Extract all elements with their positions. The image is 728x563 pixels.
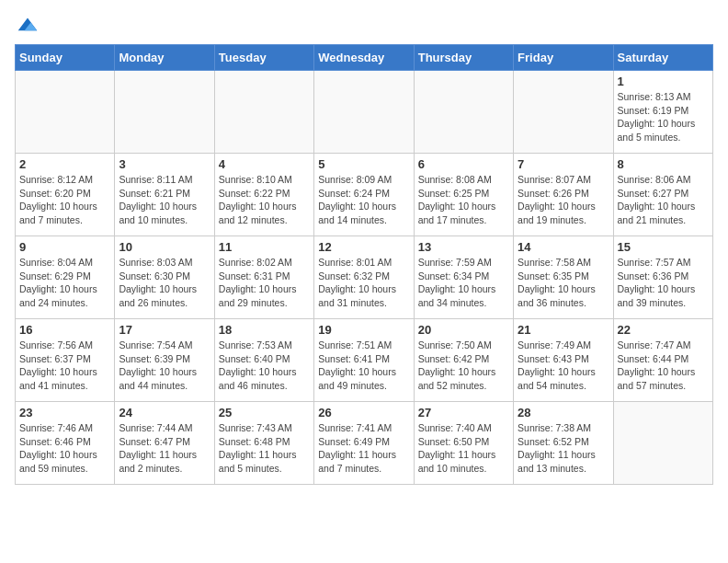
day-info: Sunrise: 7:44 AM Sunset: 6:47 PM Dayligh…: [119, 421, 210, 476]
day-info: Sunrise: 7:54 AM Sunset: 6:39 PM Dayligh…: [119, 339, 210, 393]
day-number: 19: [318, 323, 409, 337]
calendar-cell: 4Sunrise: 8:10 AM Sunset: 6:22 PM Daylig…: [214, 154, 313, 236]
calendar-cell: 27Sunrise: 7:40 AM Sunset: 6:50 PM Dayli…: [414, 402, 513, 485]
calendar-cell: 1Sunrise: 8:13 AM Sunset: 6:19 PM Daylig…: [613, 71, 712, 154]
day-number: 15: [618, 240, 709, 254]
day-info: Sunrise: 8:07 AM Sunset: 6:26 PM Dayligh…: [518, 173, 609, 227]
day-info: Sunrise: 7:47 AM Sunset: 6:44 PM Dayligh…: [618, 339, 709, 393]
calendar-cell: 19Sunrise: 7:51 AM Sunset: 6:41 PM Dayli…: [314, 319, 414, 402]
day-info: Sunrise: 7:38 AM Sunset: 6:52 PM Dayligh…: [518, 421, 609, 476]
day-number: 10: [119, 240, 210, 254]
calendar-cell: 10Sunrise: 8:03 AM Sunset: 6:30 PM Dayli…: [115, 236, 214, 319]
calendar-cell: [115, 71, 214, 154]
day-info: Sunrise: 8:06 AM Sunset: 6:27 PM Dayligh…: [618, 173, 709, 227]
calendar-cell: 21Sunrise: 7:49 AM Sunset: 6:43 PM Dayli…: [514, 319, 613, 402]
day-info: Sunrise: 7:50 AM Sunset: 6:42 PM Dayligh…: [418, 339, 509, 393]
column-header-thursday: Thursday: [414, 45, 513, 71]
day-info: Sunrise: 7:53 AM Sunset: 6:40 PM Dayligh…: [219, 339, 310, 393]
column-header-saturday: Saturday: [613, 45, 712, 71]
calendar-week-5: 23Sunrise: 7:46 AM Sunset: 6:46 PM Dayli…: [16, 402, 713, 485]
logo-icon: [17, 15, 39, 37]
day-number: 13: [418, 240, 509, 254]
calendar-cell: 18Sunrise: 7:53 AM Sunset: 6:40 PM Dayli…: [214, 319, 313, 402]
day-number: 12: [318, 240, 409, 254]
calendar-cell: 20Sunrise: 7:50 AM Sunset: 6:42 PM Dayli…: [414, 319, 513, 402]
calendar-cell: 8Sunrise: 8:06 AM Sunset: 6:27 PM Daylig…: [613, 154, 712, 236]
day-info: Sunrise: 8:02 AM Sunset: 6:31 PM Dayligh…: [219, 256, 310, 310]
calendar-cell: 15Sunrise: 7:57 AM Sunset: 6:36 PM Dayli…: [613, 236, 712, 319]
day-number: 7: [518, 157, 609, 171]
calendar-cell: [613, 402, 712, 485]
calendar-week-2: 2Sunrise: 8:12 AM Sunset: 6:20 PM Daylig…: [16, 154, 713, 236]
day-info: Sunrise: 7:46 AM Sunset: 6:46 PM Dayligh…: [19, 421, 110, 476]
day-info: Sunrise: 7:40 AM Sunset: 6:50 PM Dayligh…: [418, 421, 509, 476]
calendar-cell: 6Sunrise: 8:08 AM Sunset: 6:25 PM Daylig…: [414, 154, 513, 236]
calendar-cell: [414, 71, 513, 154]
day-number: 14: [518, 240, 609, 254]
calendar-week-1: 1Sunrise: 8:13 AM Sunset: 6:19 PM Daylig…: [16, 71, 713, 154]
calendar-cell: 14Sunrise: 7:58 AM Sunset: 6:35 PM Dayli…: [514, 236, 613, 319]
calendar-cell: 26Sunrise: 7:41 AM Sunset: 6:49 PM Dayli…: [314, 402, 414, 485]
calendar-cell: 23Sunrise: 7:46 AM Sunset: 6:46 PM Dayli…: [16, 402, 115, 485]
day-number: 2: [19, 157, 110, 171]
logo: [15, 15, 39, 37]
day-number: 21: [518, 323, 609, 337]
column-header-wednesday: Wednesday: [314, 45, 414, 71]
day-info: Sunrise: 8:01 AM Sunset: 6:32 PM Dayligh…: [318, 256, 409, 310]
day-info: Sunrise: 8:04 AM Sunset: 6:29 PM Dayligh…: [19, 256, 110, 310]
calendar-cell: 12Sunrise: 8:01 AM Sunset: 6:32 PM Dayli…: [314, 236, 414, 319]
column-header-monday: Monday: [115, 45, 214, 71]
calendar-cell: 13Sunrise: 7:59 AM Sunset: 6:34 PM Dayli…: [414, 236, 513, 319]
day-number: 25: [219, 406, 310, 419]
calendar-cell: 16Sunrise: 7:56 AM Sunset: 6:37 PM Dayli…: [16, 319, 115, 402]
calendar-cell: 17Sunrise: 7:54 AM Sunset: 6:39 PM Dayli…: [115, 319, 214, 402]
day-number: 1: [618, 75, 709, 88]
day-info: Sunrise: 8:11 AM Sunset: 6:21 PM Dayligh…: [119, 173, 210, 227]
day-info: Sunrise: 7:41 AM Sunset: 6:49 PM Dayligh…: [318, 421, 409, 476]
day-number: 26: [318, 406, 409, 419]
column-header-tuesday: Tuesday: [214, 45, 313, 71]
day-info: Sunrise: 7:49 AM Sunset: 6:43 PM Dayligh…: [518, 339, 609, 393]
calendar-cell: [214, 71, 313, 154]
calendar-cell: 25Sunrise: 7:43 AM Sunset: 6:48 PM Dayli…: [214, 402, 313, 485]
column-header-friday: Friday: [514, 45, 613, 71]
calendar-cell: 5Sunrise: 8:09 AM Sunset: 6:24 PM Daylig…: [314, 154, 414, 236]
day-number: 27: [418, 406, 509, 419]
calendar-cell: 2Sunrise: 8:12 AM Sunset: 6:20 PM Daylig…: [16, 154, 115, 236]
day-info: Sunrise: 8:13 AM Sunset: 6:19 PM Dayligh…: [618, 90, 709, 144]
day-number: 11: [219, 240, 310, 254]
calendar-cell: [16, 71, 115, 154]
day-info: Sunrise: 7:51 AM Sunset: 6:41 PM Dayligh…: [318, 339, 409, 393]
day-number: 17: [119, 323, 210, 337]
calendar-week-4: 16Sunrise: 7:56 AM Sunset: 6:37 PM Dayli…: [16, 319, 713, 402]
calendar-cell: 28Sunrise: 7:38 AM Sunset: 6:52 PM Dayli…: [514, 402, 613, 485]
day-info: Sunrise: 8:03 AM Sunset: 6:30 PM Dayligh…: [119, 256, 210, 310]
day-info: Sunrise: 7:57 AM Sunset: 6:36 PM Dayligh…: [618, 256, 709, 310]
day-info: Sunrise: 8:09 AM Sunset: 6:24 PM Dayligh…: [318, 173, 409, 227]
day-info: Sunrise: 8:08 AM Sunset: 6:25 PM Dayligh…: [418, 173, 509, 227]
calendar-cell: 9Sunrise: 8:04 AM Sunset: 6:29 PM Daylig…: [16, 236, 115, 319]
day-number: 28: [518, 406, 609, 419]
calendar-cell: 22Sunrise: 7:47 AM Sunset: 6:44 PM Dayli…: [613, 319, 712, 402]
day-number: 9: [19, 240, 110, 254]
calendar-table: SundayMondayTuesdayWednesdayThursdayFrid…: [15, 44, 713, 485]
calendar-cell: 7Sunrise: 8:07 AM Sunset: 6:26 PM Daylig…: [514, 154, 613, 236]
day-info: Sunrise: 7:59 AM Sunset: 6:34 PM Dayligh…: [418, 256, 509, 310]
calendar-week-3: 9Sunrise: 8:04 AM Sunset: 6:29 PM Daylig…: [16, 236, 713, 319]
calendar-cell: [314, 71, 414, 154]
day-info: Sunrise: 7:43 AM Sunset: 6:48 PM Dayligh…: [219, 421, 310, 476]
day-number: 20: [418, 323, 509, 337]
day-number: 6: [418, 157, 509, 171]
column-header-sunday: Sunday: [16, 45, 115, 71]
day-number: 23: [19, 406, 110, 419]
day-number: 4: [219, 157, 310, 171]
calendar-header-row: SundayMondayTuesdayWednesdayThursdayFrid…: [16, 45, 713, 71]
day-number: 8: [618, 157, 709, 171]
day-number: 18: [219, 323, 310, 337]
day-number: 3: [119, 157, 210, 171]
day-info: Sunrise: 7:56 AM Sunset: 6:37 PM Dayligh…: [19, 339, 110, 393]
calendar-cell: [514, 71, 613, 154]
day-info: Sunrise: 8:10 AM Sunset: 6:22 PM Dayligh…: [219, 173, 310, 227]
day-info: Sunrise: 8:12 AM Sunset: 6:20 PM Dayligh…: [19, 173, 110, 227]
day-number: 5: [318, 157, 409, 171]
